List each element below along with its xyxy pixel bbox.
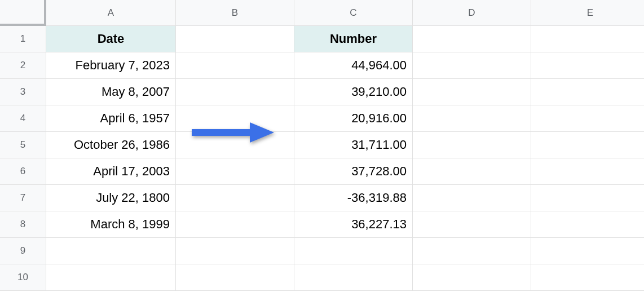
- cell-B10[interactable]: [176, 264, 294, 291]
- row-header-5[interactable]: 5: [0, 132, 46, 158]
- row-header-1[interactable]: 1: [0, 26, 46, 52]
- cell-D4[interactable]: [413, 105, 531, 132]
- cell-A6[interactable]: April 17, 2003: [46, 158, 176, 185]
- col-header-E[interactable]: E: [531, 0, 644, 26]
- col-header-C[interactable]: C: [294, 0, 413, 26]
- cell-D6[interactable]: [413, 158, 531, 185]
- cell-E9[interactable]: [531, 238, 644, 264]
- cell-D2[interactable]: [413, 52, 531, 79]
- spreadsheet-grid: A B C D E 1 Date Number 2 February 7, 20…: [0, 0, 644, 291]
- cell-E7[interactable]: [531, 185, 644, 211]
- cell-A7[interactable]: July 22, 1800: [46, 185, 176, 211]
- cell-D5[interactable]: [413, 132, 531, 158]
- cell-D1[interactable]: [413, 26, 531, 52]
- cell-A5[interactable]: October 26, 1986: [46, 132, 176, 158]
- cell-B7[interactable]: [176, 185, 294, 211]
- col-header-D[interactable]: D: [413, 0, 531, 26]
- cell-A8[interactable]: March 8, 1999: [46, 211, 176, 238]
- cell-C6[interactable]: 37,728.00: [294, 158, 413, 185]
- cell-A2[interactable]: February 7, 2023: [46, 52, 176, 79]
- cell-B2[interactable]: [176, 52, 294, 79]
- cell-E5[interactable]: [531, 132, 644, 158]
- cell-C9[interactable]: [294, 238, 413, 264]
- col-header-A[interactable]: A: [46, 0, 176, 26]
- cell-B1[interactable]: [176, 26, 294, 52]
- cell-B9[interactable]: [176, 238, 294, 264]
- cell-D9[interactable]: [413, 238, 531, 264]
- col-header-B[interactable]: B: [176, 0, 294, 26]
- cell-D7[interactable]: [413, 185, 531, 211]
- cell-A3[interactable]: May 8, 2007: [46, 79, 176, 105]
- cell-E6[interactable]: [531, 158, 644, 185]
- cell-A9[interactable]: [46, 238, 176, 264]
- row-header-2[interactable]: 2: [0, 52, 46, 79]
- cell-B5[interactable]: [176, 132, 294, 158]
- cell-D8[interactable]: [413, 211, 531, 238]
- cell-E10[interactable]: [531, 264, 644, 291]
- cell-E1[interactable]: [531, 26, 644, 52]
- cell-A10[interactable]: [46, 264, 176, 291]
- select-all-corner[interactable]: [0, 0, 46, 26]
- cell-D10[interactable]: [413, 264, 531, 291]
- cell-E8[interactable]: [531, 211, 644, 238]
- cell-C8[interactable]: 36,227.13: [294, 211, 413, 238]
- row-header-10[interactable]: 10: [0, 264, 46, 291]
- cell-C5[interactable]: 31,711.00: [294, 132, 413, 158]
- row-header-3[interactable]: 3: [0, 79, 46, 105]
- cell-B4[interactable]: [176, 105, 294, 132]
- cell-C1[interactable]: Number: [294, 26, 413, 52]
- cell-B3[interactable]: [176, 79, 294, 105]
- cell-C10[interactable]: [294, 264, 413, 291]
- cell-C2[interactable]: 44,964.00: [294, 52, 413, 79]
- row-header-4[interactable]: 4: [0, 105, 46, 132]
- cell-D3[interactable]: [413, 79, 531, 105]
- cell-C7[interactable]: -36,319.88: [294, 185, 413, 211]
- row-header-7[interactable]: 7: [0, 185, 46, 211]
- cell-B8[interactable]: [176, 211, 294, 238]
- row-header-9[interactable]: 9: [0, 238, 46, 264]
- cell-A4[interactable]: April 6, 1957: [46, 105, 176, 132]
- cell-E4[interactable]: [531, 105, 644, 132]
- cell-A1[interactable]: Date: [46, 26, 176, 52]
- cell-C4[interactable]: 20,916.00: [294, 105, 413, 132]
- cell-B6[interactable]: [176, 158, 294, 185]
- cell-C3[interactable]: 39,210.00: [294, 79, 413, 105]
- cell-E2[interactable]: [531, 52, 644, 79]
- row-header-6[interactable]: 6: [0, 158, 46, 185]
- row-header-8[interactable]: 8: [0, 211, 46, 238]
- cell-E3[interactable]: [531, 79, 644, 105]
